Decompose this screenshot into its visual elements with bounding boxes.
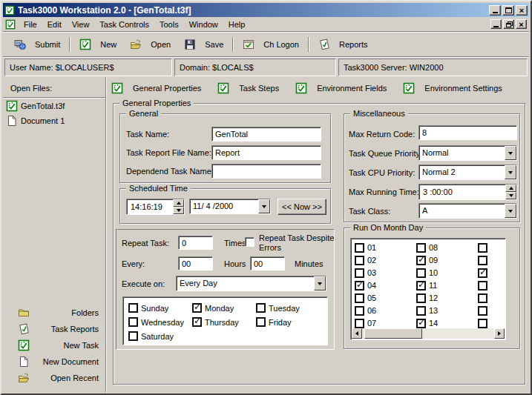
- sidebar-action-open-recent[interactable]: Open Recent: [3, 370, 102, 386]
- weekday-saturday[interactable]: Saturday: [128, 329, 192, 343]
- checkbox-icon[interactable]: [478, 268, 487, 278]
- reports-button[interactable]: Reports: [312, 36, 375, 53]
- monthday-12[interactable]: 12: [416, 292, 438, 304]
- checkbox-icon[interactable]: [355, 306, 364, 316]
- monthday-02[interactable]: 02: [355, 254, 376, 266]
- new-button[interactable]: New: [73, 36, 123, 53]
- execute-on-combo[interactable]: Every Day: [176, 276, 326, 291]
- checkbox-icon[interactable]: [355, 256, 364, 265]
- checkbox-icon[interactable]: [355, 281, 364, 291]
- checkbox-icon[interactable]: [128, 331, 138, 341]
- scheduled-date-combo[interactable]: 11/ 4 /2000: [189, 199, 271, 214]
- task-name-field[interactable]: GenTotal: [211, 127, 321, 142]
- menu-tools[interactable]: Tools: [154, 19, 184, 30]
- menu-edit[interactable]: Edit: [42, 19, 67, 30]
- monthday-14[interactable]: 14: [416, 317, 438, 329]
- max-return-code-field[interactable]: 8: [418, 125, 517, 140]
- monthday-overflow-3[interactable]: [478, 267, 487, 279]
- monthday-01[interactable]: 01: [355, 242, 376, 253]
- weekday-wednesday[interactable]: Wednesday: [128, 315, 192, 329]
- open-file-document-1[interactable]: Document 1: [3, 113, 105, 128]
- checkbox-icon[interactable]: [192, 317, 202, 327]
- every-minutes-field[interactable]: 00: [250, 256, 285, 270]
- save-button[interactable]: Save: [177, 36, 230, 53]
- checkbox-icon[interactable]: [355, 319, 364, 328]
- checkbox-icon[interactable]: [355, 293, 364, 303]
- monthday-overflow-6[interactable]: [478, 305, 487, 316]
- ch-logon-button[interactable]: Ch Logon: [236, 36, 306, 53]
- checkbox-icon[interactable]: [416, 281, 426, 291]
- monthday-13[interactable]: 13: [416, 305, 438, 316]
- weekday-thursday[interactable]: Thursday: [192, 315, 256, 329]
- monthday-overflow-4[interactable]: [478, 279, 487, 291]
- tab-environment-fields[interactable]: Environment Fields: [295, 82, 387, 94]
- dropdown-arrow-icon[interactable]: [314, 276, 326, 291]
- monthday-09[interactable]: 09: [416, 254, 438, 266]
- monthday-10[interactable]: 10: [416, 267, 438, 279]
- tab-task-steps[interactable]: Task Steps: [217, 82, 279, 94]
- checkbox-icon[interactable]: [416, 268, 426, 278]
- open-button[interactable]: Open: [123, 36, 177, 53]
- checkbox-icon[interactable]: [478, 319, 487, 328]
- close-icon[interactable]: ×: [516, 5, 528, 16]
- dependend-task-name-field[interactable]: [211, 164, 321, 179]
- submit-button[interactable]: Submit: [7, 36, 67, 53]
- checkbox-icon[interactable]: [416, 256, 426, 265]
- dropdown-arrow-icon[interactable]: [505, 165, 516, 179]
- task-report-file-name-field[interactable]: Report: [211, 145, 321, 160]
- scheduled-time-field[interactable]: 14:16:19: [126, 199, 185, 215]
- monthday-overflow-2[interactable]: [478, 254, 487, 266]
- dropdown-arrow-icon[interactable]: [505, 204, 516, 218]
- sidebar-action-new-document[interactable]: New Document: [3, 353, 102, 370]
- open-file-gentotal-t3f[interactable]: GenTotal.t3f: [3, 99, 105, 113]
- spin-down-icon[interactable]: [505, 192, 516, 199]
- repeat-times-field[interactable]: 0: [178, 236, 213, 250]
- scrollbar-track[interactable]: [362, 328, 494, 339]
- dropdown-arrow-icon[interactable]: [505, 146, 516, 160]
- checkbox-icon[interactable]: [128, 317, 138, 327]
- checkbox-icon[interactable]: [478, 281, 487, 291]
- mdi-close-icon[interactable]: ×: [516, 19, 527, 29]
- weekday-tuesday[interactable]: Tuesday: [256, 301, 320, 315]
- checkbox-icon[interactable]: [256, 303, 266, 313]
- monthday-scrollbar[interactable]: [352, 328, 505, 339]
- despite-errors-checkbox[interactable]: [245, 237, 254, 247]
- monthday-overflow-1[interactable]: [478, 242, 487, 253]
- maximize-icon[interactable]: [502, 5, 514, 16]
- monthday-08[interactable]: 08: [416, 242, 438, 253]
- scroll-left-icon[interactable]: [352, 328, 362, 339]
- mdi-minimize-icon[interactable]: [490, 19, 502, 29]
- spin-down-icon[interactable]: [173, 207, 184, 214]
- monthday-05[interactable]: 05: [355, 292, 376, 304]
- menu-file[interactable]: File: [19, 19, 42, 30]
- checkbox-icon[interactable]: [416, 306, 426, 316]
- menu-window[interactable]: Window: [184, 19, 223, 30]
- max-running-time-field[interactable]: 3 :00:00: [418, 184, 517, 200]
- scrollbar-thumb[interactable]: [364, 328, 422, 339]
- dropdown-arrow-icon[interactable]: [258, 199, 270, 213]
- sidebar-action-new-task[interactable]: New Task: [3, 337, 102, 353]
- now-button[interactable]: << Now >>: [278, 199, 326, 215]
- checkbox-icon[interactable]: [478, 243, 487, 253]
- task-cpu-priority-combo[interactable]: Normal 2: [418, 165, 517, 180]
- monthday-11[interactable]: 11: [416, 279, 437, 291]
- monthday-06[interactable]: 06: [355, 305, 376, 316]
- monthday-07[interactable]: 07: [355, 317, 376, 329]
- monthday-03[interactable]: 03: [355, 267, 376, 279]
- tab-general-properties[interactable]: General Properties: [111, 82, 201, 94]
- checkbox-icon[interactable]: [416, 319, 426, 328]
- every-hours-field[interactable]: 00: [178, 256, 213, 270]
- checkbox-icon[interactable]: [478, 306, 487, 316]
- checkbox-icon[interactable]: [478, 293, 487, 303]
- scroll-right-icon[interactable]: [494, 328, 505, 339]
- task-queue-priority-combo[interactable]: Normal: [418, 145, 517, 161]
- checkbox-icon[interactable]: [478, 256, 487, 265]
- mdi-restore-icon[interactable]: [503, 19, 514, 29]
- tab-environment-settings[interactable]: Environment Settings: [403, 82, 502, 94]
- weekday-monday[interactable]: Monday: [192, 301, 256, 315]
- checkbox-icon[interactable]: [192, 303, 202, 313]
- menu-view[interactable]: View: [67, 19, 95, 30]
- monthday-overflow-5[interactable]: [478, 292, 487, 304]
- sidebar-action-task-reports[interactable]: Task Reports: [3, 321, 102, 337]
- checkbox-icon[interactable]: [128, 303, 138, 313]
